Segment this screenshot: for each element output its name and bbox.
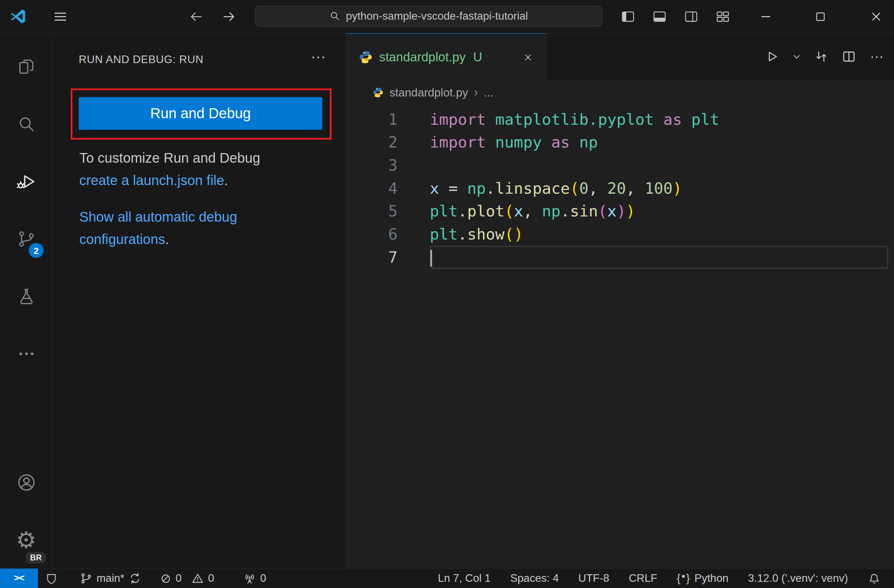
sidebar-item-accounts[interactable] [0,454,53,511]
status-bar: >< main* 0 0 [0,568,894,588]
tab-label: standardplot.py [379,50,466,65]
encoding-item[interactable]: UTF-8 [569,569,619,588]
cursor-position-item[interactable]: Ln 7, Col 1 [428,569,501,588]
run-and-debug-panel: RUN AND DEBUG: RUN ··· Run and Debug To … [53,33,346,569]
notifications-item[interactable] [858,569,891,588]
back-arrow-icon[interactable] [184,0,209,33]
line-number: 4 [346,177,403,200]
sidebar-item-settings[interactable]: ⚙ BR [0,511,53,569]
line-text[interactable]: import numpy as np [430,131,888,154]
title-bar: python-sample-vscode-fastapi-tutorial [0,0,894,33]
editor-actions: ··· [762,33,887,80]
breadcrumb-separator-icon: › [474,85,478,100]
line-text[interactable]: plt.plot(x, np.sin(x)) [430,200,888,223]
line-text[interactable]: x = np.linspace(0, 20, 100) [430,177,888,200]
radio-tower-icon [243,572,256,585]
eol-item[interactable]: CRLF [619,569,667,588]
line-number: 1 [346,108,403,131]
shield-icon [45,572,58,585]
line-number: 5 [346,200,403,223]
files-icon [16,57,36,77]
sidebar-item-more[interactable] [0,325,53,383]
status-right: Ln 7, Col 1 Spaces: 4 UTF-8 CRLF {} Pyth… [428,569,894,588]
toggle-secondary-sidebar-icon[interactable] [675,0,707,33]
close-button[interactable] [859,0,893,33]
run-python-file-icon[interactable] [762,46,782,66]
workspace-trust-item[interactable] [38,569,65,588]
tab-bar: standardplot.py U ··· [346,33,894,80]
vscode-window: python-sample-vscode-fastapi-tutorial [0,0,894,588]
command-center-label: python-sample-vscode-fastapi-tutorial [346,10,528,23]
breadcrumb-symbol-more[interactable]: ... [484,86,493,99]
split-editor-icon[interactable] [839,46,859,66]
panel-more-actions-icon[interactable]: ··· [311,49,326,64]
ellipsis-icon [16,344,36,363]
python-interpreter-item[interactable]: 3.12.0 ('.venv': venv) [738,569,858,588]
errors-count: 0 [175,572,182,585]
line-number: 3 [346,154,403,177]
toggle-sidebar-icon[interactable] [612,0,644,33]
warnings-icon [191,572,204,585]
beaker-icon [16,287,36,306]
code-line-5[interactable]: 5plt.plot(x, np.sin(x)) [346,200,894,223]
code-line-1[interactable]: 1import matplotlib.pyplot as plt [346,108,894,131]
create-launch-json-link[interactable]: create a launch.json file [79,172,224,188]
run-dropdown-chevron-icon[interactable] [790,49,804,63]
auto-configs-text: Show all automatic debug configurations. [79,206,286,250]
sidebar-item-source-control[interactable]: 2 [0,210,53,268]
language-mode-item[interactable]: {} Python [667,569,738,588]
open-changes-icon[interactable] [811,46,831,66]
line-number: 2 [346,131,403,154]
braces-icon: {} [677,572,690,585]
code-lines: 1import matplotlib.pyplot as plt2import … [346,104,894,269]
text-cursor [430,250,432,267]
customize-hint-text: To customize Run and Debug create a laun… [79,146,332,191]
code-line-2[interactable]: 2import numpy as np [346,131,894,154]
sidebar-item-run-and-debug[interactable] [0,153,53,210]
tab-close-icon[interactable] [519,48,536,66]
line-text[interactable]: import matplotlib.pyplot as plt [430,108,888,131]
ports-count: 0 [260,572,266,585]
remote-indicator[interactable]: >< [0,569,38,588]
sidebar-item-testing[interactable] [0,268,53,326]
breadcrumb-file[interactable]: standardplot.py [390,86,468,99]
search-icon [329,11,341,22]
editor-group: standardplot.py U ··· [346,33,894,569]
maximize-button[interactable] [803,0,838,33]
errors-icon [160,573,172,585]
run-and-debug-button[interactable]: Run and Debug [79,97,322,130]
python-file-icon [372,87,384,98]
problems-item[interactable]: 0 0 [153,569,221,588]
line-text[interactable]: plt.show() [430,223,888,246]
toggle-panel-icon[interactable] [643,0,675,33]
code-line-4[interactable]: 4x = np.linspace(0, 20, 100) [346,177,894,200]
editor-more-actions-icon[interactable]: ··· [867,47,887,65]
tab-standardplot[interactable]: standardplot.py U [346,33,547,80]
sidebar-item-explorer[interactable] [0,38,53,95]
line-number: 6 [346,223,403,246]
run-debug-icon [16,171,36,192]
language-label: Python [695,572,728,585]
forward-arrow-icon[interactable] [216,0,241,33]
ports-item[interactable]: 0 [236,569,273,588]
command-center-search[interactable]: python-sample-vscode-fastapi-tutorial [255,6,602,27]
remote-icon: >< [14,573,24,584]
line-number: 7 [346,246,403,269]
customize-layout-icon[interactable] [707,0,738,33]
sidebar-item-search[interactable] [0,95,53,153]
git-branch-item[interactable]: main* [73,569,148,588]
gear-icon: ⚙ [16,528,36,552]
line-text[interactable] [430,246,888,269]
show-auto-configs-link[interactable]: Show all automatic debug configurations [79,209,237,247]
source-control-badge: 2 [29,243,44,258]
search-icon [16,115,36,134]
line-text[interactable] [430,154,888,177]
code-line-6[interactable]: 6plt.show() [346,223,894,246]
indentation-item[interactable]: Spaces: 4 [501,569,569,588]
warnings-count: 0 [208,572,214,585]
menu-icon[interactable] [49,0,72,33]
sync-icon [128,572,141,585]
code-line-7[interactable]: 7 [346,246,894,269]
code-line-3[interactable]: 3 [346,154,894,177]
minimize-button[interactable] [749,0,783,33]
